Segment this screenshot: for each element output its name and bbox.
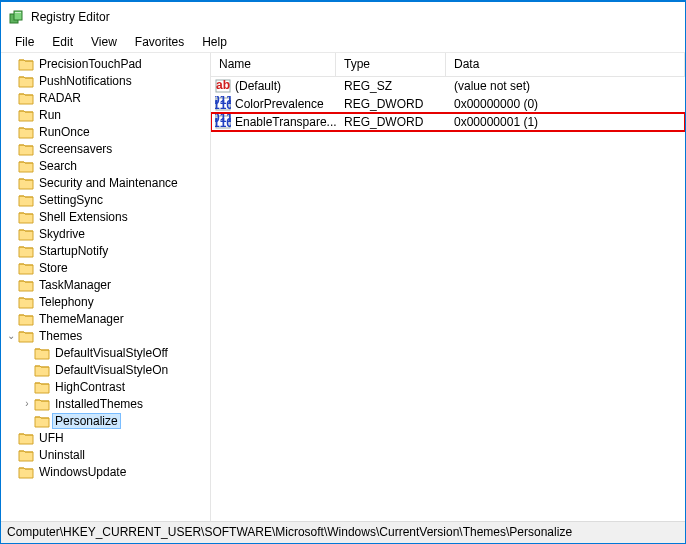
folder-icon: [18, 278, 34, 292]
window-title: Registry Editor: [31, 10, 110, 24]
tree-pane[interactable]: PrecisionTouchPadPushNotificationsRADARR…: [1, 53, 211, 521]
menu-favorites[interactable]: Favorites: [127, 33, 192, 51]
folder-icon: [34, 346, 50, 360]
folder-icon: [34, 414, 50, 428]
tree-item-label: Uninstall: [37, 448, 87, 462]
folder-icon: [18, 465, 34, 479]
menu-edit[interactable]: Edit: [44, 33, 81, 51]
menu-view[interactable]: View: [83, 33, 125, 51]
folder-icon: [18, 261, 34, 275]
tree-item-label: PushNotifications: [37, 74, 134, 88]
value-row[interactable]: ab(Default)REG_SZ(value not set): [211, 77, 685, 95]
folder-icon: [18, 227, 34, 241]
tree-item-label: Telephony: [37, 295, 96, 309]
folder-icon: [18, 91, 34, 105]
tree-item-label: Personalize: [53, 414, 120, 428]
tree-item[interactable]: Store: [5, 259, 210, 276]
tree-item-label: DefaultVisualStyleOn: [53, 363, 170, 377]
tree-item-label: Shell Extensions: [37, 210, 130, 224]
tree-item[interactable]: RunOnce: [5, 123, 210, 140]
tree-item[interactable]: UFH: [5, 429, 210, 446]
col-header-name[interactable]: Name: [211, 53, 336, 76]
folder-icon: [18, 431, 34, 445]
tree-item-label: TaskManager: [37, 278, 113, 292]
list-header: Name Type Data: [211, 53, 685, 77]
tree-item[interactable]: DefaultVisualStyleOn: [5, 361, 210, 378]
tree-item[interactable]: Screensavers: [5, 140, 210, 157]
tree-item-label: InstalledThemes: [53, 397, 145, 411]
tree-item[interactable]: ⌄Themes: [5, 327, 210, 344]
tree-item[interactable]: ›InstalledThemes: [5, 395, 210, 412]
folder-icon: [18, 193, 34, 207]
value-type: REG_DWORD: [336, 97, 446, 111]
folder-icon: [18, 312, 34, 326]
menu-help[interactable]: Help: [194, 33, 235, 51]
tree-item-label: DefaultVisualStyleOff: [53, 346, 170, 360]
menu-file[interactable]: File: [7, 33, 42, 51]
folder-icon: [18, 142, 34, 156]
folder-icon: [18, 295, 34, 309]
tree-item-label: HighContrast: [53, 380, 127, 394]
tree-item-label: RunOnce: [37, 125, 92, 139]
folder-icon: [34, 397, 50, 411]
tree-item[interactable]: ThemeManager: [5, 310, 210, 327]
tree-item[interactable]: WindowsUpdate: [5, 463, 210, 480]
folder-icon: [18, 176, 34, 190]
tree-item[interactable]: StartupNotify: [5, 242, 210, 259]
value-name: (Default): [235, 79, 281, 93]
tree-item[interactable]: Search: [5, 157, 210, 174]
tree-item[interactable]: HighContrast: [5, 378, 210, 395]
tree-item-label: Screensavers: [37, 142, 114, 156]
tree-item[interactable]: Shell Extensions: [5, 208, 210, 225]
tree-item[interactable]: Security and Maintenance: [5, 174, 210, 191]
folder-icon: [18, 57, 34, 71]
folder-icon: [34, 380, 50, 394]
value-row[interactable]: 011110EnableTranspare...REG_DWORD0x00000…: [211, 113, 685, 131]
string-value-icon: ab: [215, 78, 231, 94]
folder-icon: [18, 108, 34, 122]
value-data: (value not set): [446, 79, 685, 93]
app-icon: [9, 9, 25, 25]
binary-value-icon: 011110: [215, 96, 231, 112]
titlebar: Registry Editor: [1, 2, 685, 32]
tree-item[interactable]: Personalize: [5, 412, 210, 429]
tree-item[interactable]: DefaultVisualStyleOff: [5, 344, 210, 361]
tree-item[interactable]: PushNotifications: [5, 72, 210, 89]
tree-item[interactable]: SettingSync: [5, 191, 210, 208]
value-row[interactable]: 011110ColorPrevalenceREG_DWORD0x00000000…: [211, 95, 685, 113]
tree-item-label: WindowsUpdate: [37, 465, 128, 479]
tree-item[interactable]: Run: [5, 106, 210, 123]
tree-item-label: Skydrive: [37, 227, 87, 241]
value-name: EnableTranspare...: [235, 115, 336, 129]
chevron-right-icon[interactable]: ›: [21, 398, 33, 409]
tree-item-label: ThemeManager: [37, 312, 126, 326]
menubar: File Edit View Favorites Help: [1, 32, 685, 52]
svg-text:ab: ab: [216, 78, 230, 92]
tree-item[interactable]: PrecisionTouchPad: [5, 55, 210, 72]
col-header-type[interactable]: Type: [336, 53, 446, 76]
tree-item-label: Security and Maintenance: [37, 176, 180, 190]
folder-icon: [18, 329, 34, 343]
folder-icon: [18, 159, 34, 173]
list-body[interactable]: ab(Default)REG_SZ(value not set)011110Co…: [211, 77, 685, 521]
col-header-data[interactable]: Data: [446, 53, 685, 76]
folder-icon: [18, 210, 34, 224]
tree-item[interactable]: RADAR: [5, 89, 210, 106]
chevron-down-icon[interactable]: ⌄: [5, 330, 17, 341]
tree-item-label: Run: [37, 108, 63, 122]
list-pane: Name Type Data ab(Default)REG_SZ(value n…: [211, 53, 685, 521]
tree-item[interactable]: Skydrive: [5, 225, 210, 242]
svg-rect-2: [15, 12, 21, 13]
tree-item[interactable]: Uninstall: [5, 446, 210, 463]
tree-item-label: UFH: [37, 431, 66, 445]
folder-icon: [18, 244, 34, 258]
tree-item[interactable]: TaskManager: [5, 276, 210, 293]
tree-item-label: RADAR: [37, 91, 83, 105]
content: PrecisionTouchPadPushNotificationsRADARR…: [1, 52, 685, 521]
value-name: ColorPrevalence: [235, 97, 324, 111]
svg-text:110: 110: [215, 98, 231, 112]
tree-item[interactable]: Telephony: [5, 293, 210, 310]
value-type: REG_SZ: [336, 79, 446, 93]
value-data: 0x00000001 (1): [446, 115, 685, 129]
folder-icon: [34, 363, 50, 377]
